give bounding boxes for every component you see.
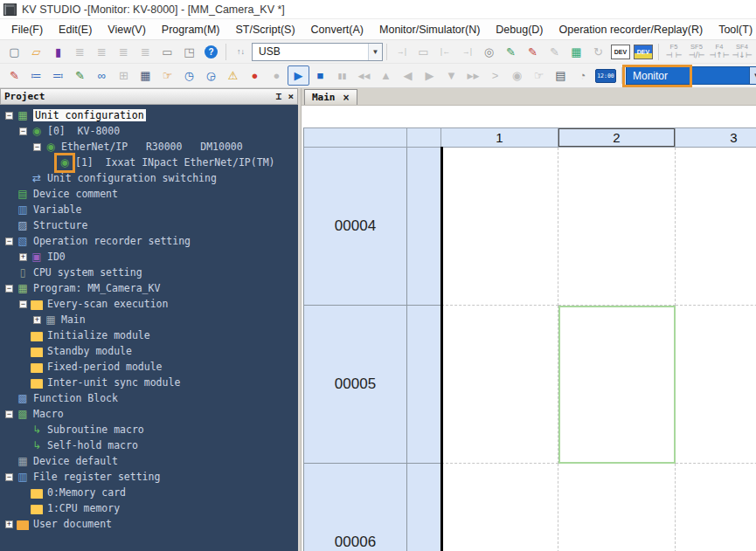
minus-expand-icon[interactable]: −: [19, 127, 27, 135]
watch-window-2-icon[interactable]: ◶: [200, 65, 222, 86]
ladder-cell[interactable]: [441, 464, 558, 551]
help-icon[interactable]: ?: [200, 42, 222, 62]
fkey-f4-button[interactable]: F4⊣↑⊢: [708, 41, 731, 62]
device-monitor-button[interactable]: DEV: [611, 45, 630, 59]
close-icon[interactable]: ×: [288, 91, 294, 102]
ladder-cell[interactable]: [676, 306, 756, 464]
row-margin-cell[interactable]: [407, 306, 441, 464]
tree-item-self-hold-macro[interactable]: ↳Self-hold macro: [0, 437, 298, 453]
device-list-2-icon[interactable]: ≕: [47, 65, 69, 86]
tree-item-folder[interactable]: Initialize module: [0, 327, 298, 343]
one-shot-icon[interactable]: ☞: [156, 65, 178, 86]
new-project-icon[interactable]: ▢: [3, 42, 25, 62]
mode-select[interactable]: Monitor ▼: [626, 66, 756, 85]
plus-expand-icon[interactable]: +: [5, 520, 13, 528]
minus-expand-icon[interactable]: −: [33, 143, 41, 151]
time-chart-icon[interactable]: 12:00: [595, 69, 616, 83]
save-ladder-1-icon[interactable]: ≣: [69, 42, 91, 62]
tree-item-unit-configuration[interactable]: −▦Unit configuration: [0, 107, 298, 123]
script-editor-icon[interactable]: ✎: [69, 65, 91, 86]
ladder-cell[interactable]: [558, 148, 676, 306]
tab-close-icon[interactable]: ×: [343, 93, 350, 103]
plc-comment-icon[interactable]: ▭: [413, 42, 434, 62]
monitor-alert-icon[interactable]: ⚠: [222, 65, 244, 86]
skip-to-end-icon[interactable]: ▶▶: [462, 65, 484, 86]
tree-item-folder[interactable]: Fixed-period module: [0, 359, 298, 375]
menu-program-m[interactable]: Program(M): [154, 21, 228, 38]
watch-window-icon[interactable]: ◷: [178, 65, 200, 86]
tree-item-cpu-system[interactable]: ▯CPU system setting: [0, 265, 298, 280]
tree-item-device-comment[interactable]: ▤Device comment: [0, 186, 298, 202]
monitor-view-icon[interactable]: ∞: [91, 65, 113, 86]
tree-item-folder[interactable]: 1:CPU memory: [0, 500, 298, 516]
tab-main[interactable]: Main ×: [304, 89, 357, 105]
ladder-cell[interactable]: [441, 306, 558, 464]
pc-to-plc-icon[interactable]: →|: [391, 42, 413, 62]
menu-monitor-simulator-n[interactable]: Monitor/Simulator(N): [371, 21, 488, 38]
column-header-2[interactable]: 2: [558, 128, 676, 148]
record-start-icon[interactable]: ●: [244, 65, 266, 86]
row-margin-cell[interactable]: [407, 148, 441, 306]
tree-item-folder[interactable]: 0:Memory card: [0, 485, 298, 500]
row-margin-cell[interactable]: [407, 464, 441, 551]
menu-tool-t[interactable]: Tool(T): [711, 21, 756, 38]
plus-expand-icon[interactable]: +: [19, 253, 27, 261]
tree-item-ladder-main[interactable]: +▦Main: [0, 312, 298, 327]
replay-pause-icon[interactable]: ▮▮: [331, 65, 353, 86]
continue-run-icon[interactable]: >: [484, 65, 506, 86]
ladder-monitor-icon[interactable]: ⊞: [113, 65, 135, 86]
minus-expand-icon[interactable]: −: [5, 112, 13, 120]
stopwatch-icon[interactable]: ◔: [572, 65, 593, 86]
fkey-sf5-button[interactable]: SF5⊣/⊢: [685, 41, 708, 62]
row-number-00005[interactable]: 00005: [304, 306, 407, 464]
step-down-icon[interactable]: ▼: [440, 65, 462, 86]
row-number-00006[interactable]: 00006: [304, 464, 407, 551]
tree-item-device-default[interactable]: ▦Device default: [0, 453, 298, 469]
plc-transfer-edit-icon[interactable]: ✎: [544, 42, 565, 62]
ladder-cell[interactable]: [676, 148, 756, 306]
usb-connection-icon[interactable]: ↑↓: [230, 42, 252, 62]
tree-item-operation-recorder[interactable]: −▧Operation recorder setting: [0, 233, 298, 249]
chevron-down-icon[interactable]: ▼: [368, 44, 382, 60]
simulator-icon[interactable]: ▦: [565, 42, 587, 62]
open-project-icon[interactable]: ▱: [25, 42, 47, 62]
write-to-plc-icon[interactable]: →|: [456, 42, 478, 62]
column-header-3[interactable]: 3: [676, 128, 756, 148]
tree-item-variable[interactable]: ▥Variable: [0, 202, 298, 217]
step-back-icon[interactable]: ◀: [397, 65, 419, 86]
menu-convert-a[interactable]: Convert(A): [303, 21, 371, 38]
tree-item-file-register[interactable]: −▥File register setting: [0, 469, 298, 485]
fkey-f5-button[interactable]: F5⊣ ⊢: [662, 41, 685, 62]
save-ladder-2-icon[interactable]: ≣: [91, 42, 113, 62]
ladder-edit-icon[interactable]: ✎: [3, 65, 25, 86]
menu-operation-recorder-replay-r[interactable]: Operation recorder/Replay(R): [551, 21, 711, 38]
tree-item-macro[interactable]: −▩Macro: [0, 406, 298, 422]
menu-debug-d[interactable]: Debug(D): [488, 21, 551, 38]
device-list-icon[interactable]: ≔: [25, 65, 47, 86]
record-stop-icon[interactable]: ●: [266, 65, 288, 86]
minus-expand-icon[interactable]: −: [5, 285, 13, 293]
pc-monitor-icon[interactable]: ▤: [550, 65, 572, 86]
monitor-edit-icon[interactable]: ✎: [500, 42, 522, 62]
connection-select[interactable]: USB ▼: [252, 43, 383, 61]
minus-expand-icon[interactable]: −: [5, 410, 13, 418]
menu-edit-e[interactable]: Edit(E): [51, 21, 100, 38]
tree-item-user-document[interactable]: +User document: [0, 516, 298, 532]
menu-view-v[interactable]: View(V): [100, 21, 154, 38]
replay-stop-icon[interactable]: ■: [309, 65, 331, 86]
sync-transfer-icon[interactable]: ↻: [587, 42, 609, 62]
menu-file-f[interactable]: File(F): [3, 21, 51, 38]
verify-plc-icon[interactable]: ◎: [478, 42, 500, 62]
save-ladder-3-icon[interactable]: ≣: [113, 42, 135, 62]
selected-ladder-cell[interactable]: [558, 306, 676, 464]
tree-item-ethernet-ip-unit[interactable]: −◉EtherNet/IP R30000 DM10000: [0, 139, 298, 155]
tree-item-function-block[interactable]: ▩Function Block: [0, 390, 298, 406]
registration-monitor-icon[interactable]: ▦: [135, 65, 156, 86]
print-preview-icon[interactable]: ◳: [178, 42, 200, 62]
tree-item-folder[interactable]: −Every-scan execution: [0, 296, 298, 312]
tree-item-folder[interactable]: Standby module: [0, 343, 298, 359]
pin-icon[interactable]: ⌶: [276, 91, 282, 102]
tree-item-unit-switching[interactable]: ⇄Unit configuration switching: [0, 170, 298, 186]
resume-icon[interactable]: ◉: [506, 65, 528, 86]
tree-item-recorder-id0[interactable]: +▣ID0: [0, 249, 298, 265]
